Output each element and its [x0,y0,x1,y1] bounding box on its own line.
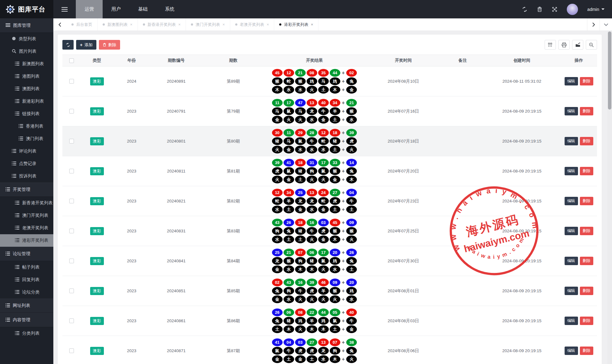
row-checkbox[interactable] [69,289,74,293]
edit-button[interactable]: 编辑 [565,227,578,235]
sidebar-item-回复列表[interactable]: 回复列表 [0,274,53,286]
edit-button[interactable]: 编辑 [565,197,578,205]
tab-港彩开奖列表[interactable]: 港彩开奖列表× [274,18,318,31]
select-all-checkbox[interactable] [69,58,74,63]
cell-issue: 第81期 [202,156,264,186]
sidebar-item-投诉列表[interactable]: 投诉列表 [0,170,53,182]
row-checkbox[interactable] [69,199,74,203]
export-button[interactable] [572,40,583,50]
tab-close-icon[interactable]: × [267,22,269,27]
tabs-menu-button[interactable] [600,18,612,31]
delete-button[interactable]: 删除 [580,317,593,325]
sidebar-item-新港彩列表[interactable]: 新港彩列表 [0,95,53,108]
sidebar-item-香港列表[interactable]: 香港列表 [0,120,53,133]
sidebar-item-链接列表[interactable]: 链接列表 [0,108,53,120]
lottery-ball: 26 [284,219,294,226]
sidebar-item-评论列表[interactable]: 评论列表 [0,145,53,158]
sidebar-item-内容管理[interactable]: 内容管理 [0,313,53,327]
edit-button[interactable]: 编辑 [565,317,578,325]
delete-button[interactable]: 删除 [580,167,593,175]
sidebar-toggle-button[interactable] [53,0,76,18]
nav-item-基础[interactable]: 基础 [129,0,156,18]
list-icon [19,124,23,129]
row-checkbox[interactable] [69,169,74,173]
sidebar-item-论坛分类[interactable]: 论坛分类 [0,286,53,298]
lottery-ball: 猪 [272,137,283,145]
delete-button[interactable]: 删除 [99,40,120,50]
sidebar-item-开奖管理[interactable]: 开奖管理 [0,182,53,197]
edit-button[interactable]: 编辑 [565,257,578,265]
tab-新澳图列表[interactable]: 新澳图列表× [98,18,138,31]
tab-close-icon[interactable]: × [222,22,225,27]
row-checkbox[interactable] [69,318,74,323]
tabs-scroll-right-button[interactable] [587,18,600,31]
user-avatar[interactable] [567,4,578,15]
sidebar-item-label: 澳门列表 [26,136,43,142]
gear-logo-icon [6,5,15,14]
edit-button[interactable]: 编辑 [565,77,578,85]
nav-item-运营[interactable]: 运营 [76,0,103,18]
nav-item-用户[interactable]: 用户 [103,0,129,18]
print-button[interactable] [558,40,570,50]
tab-澳门开奖列表[interactable]: 澳门开奖列表× [186,18,230,31]
columns-toggle-button[interactable] [545,40,556,50]
lottery-ball: 猴 [330,167,340,175]
delete-button[interactable]: 删除 [580,347,593,355]
type-badge: 澳彩 [90,107,104,115]
nav-item-系统[interactable]: 系统 [156,0,183,18]
tab-close-icon[interactable]: × [178,22,181,27]
sidebar-item-澳门开奖列表[interactable]: 澳门开奖列表 [0,209,53,222]
tab-老澳开奖列表[interactable]: 老澳开奖列表× [230,18,274,31]
plus-separator: + [342,147,345,153]
edit-button[interactable]: 编辑 [565,107,578,115]
sidebar-item-图库管理[interactable]: 图库管理 [0,18,53,33]
sidebar-item-新澳图列表[interactable]: 新澳图列表 [0,58,53,70]
expand-icon[interactable] [552,7,557,12]
tab-后台首页[interactable]: 后台首页 [66,18,98,31]
search-toggle-button[interactable] [586,40,597,50]
delete-button[interactable]: 删除 [580,77,593,85]
delete-button[interactable]: 删除 [580,287,593,295]
user-menu[interactable]: admin [587,7,605,12]
sidebar-item-老澳开奖列表[interactable]: 老澳开奖列表 [0,222,53,234]
edit-button[interactable]: 编辑 [565,167,578,175]
sidebar-item-论坛管理[interactable]: 论坛管理 [0,247,53,261]
row-checkbox[interactable] [69,229,74,233]
row-checkbox[interactable] [69,139,74,143]
table-refresh-button[interactable] [62,40,74,50]
delete-button[interactable]: 删除 [580,197,593,205]
tabs-scroll-left-button[interactable] [53,18,66,31]
sidebar-item-分类列表[interactable]: 分类列表 [0,327,53,340]
row-checkbox[interactable] [69,259,74,263]
sidebar-item-澳门列表[interactable]: 澳门列表 [0,133,53,145]
sidebar-item-网址列表[interactable]: 网址列表 [0,298,53,313]
sidebar-item-港彩开奖列表[interactable]: 港彩开奖列表 [0,234,53,247]
sidebar-item-澳图列表[interactable]: 澳图列表 [0,83,53,95]
sidebar-item-帖子列表[interactable]: 帖子列表 [0,261,53,274]
refresh-icon[interactable] [522,7,527,12]
plus-separator: + [342,100,345,106]
tab-新香港开奖列表[interactable]: 新香港开奖列表× [138,18,186,31]
delete-button[interactable]: 删除 [580,227,593,235]
delete-button[interactable]: 删除 [580,257,593,265]
row-checkbox[interactable] [69,348,74,353]
sidebar-item-新香港开奖列表[interactable]: 新香港开奖列表 [0,197,53,209]
row-checkbox[interactable] [69,109,74,114]
edit-button[interactable]: 编辑 [565,347,578,355]
add-button[interactable]: + 添加 [76,40,96,50]
tab-close-icon[interactable]: × [130,22,133,27]
sidebar-item-类型列表[interactable]: 类型列表 [0,33,53,45]
delete-button[interactable]: 删除 [580,137,593,145]
edit-button[interactable]: 编辑 [565,137,578,145]
top-header: 图库平台 运营用户基础系统 adm [0,0,612,18]
scrollbar-thumb[interactable] [608,32,611,109]
tab-close-icon[interactable]: × [311,22,313,27]
row-checkbox[interactable] [69,79,74,84]
trash-icon[interactable] [537,7,542,12]
sidebar-item-label: 港彩开奖列表 [22,238,48,243]
sidebar-item-港图列表[interactable]: 港图列表 [0,70,53,83]
delete-button[interactable]: 删除 [580,107,593,115]
edit-button[interactable]: 编辑 [565,287,578,295]
sidebar-item-图片列表[interactable]: 图片列表 [0,45,53,58]
sidebar-item-点赞记录[interactable]: 点赞记录 [0,158,53,170]
